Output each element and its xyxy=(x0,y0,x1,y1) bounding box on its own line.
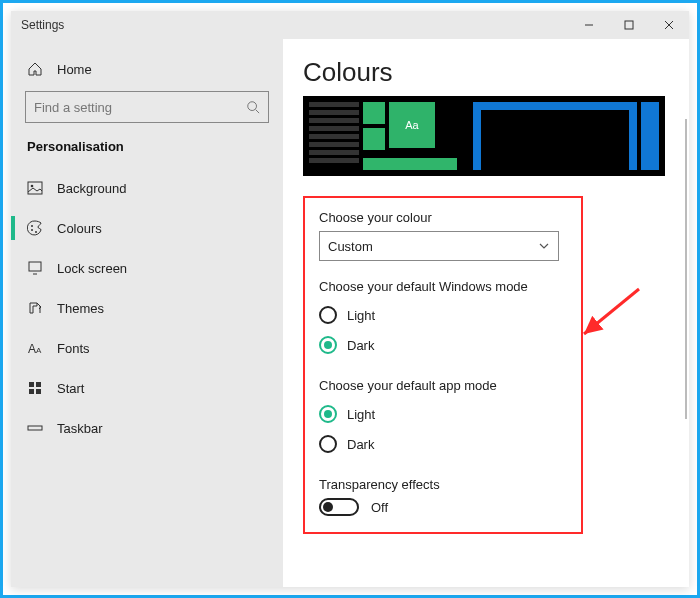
titlebar: Settings xyxy=(11,11,689,39)
section-heading: Personalisation xyxy=(11,133,283,168)
sidebar-item-label: Start xyxy=(57,381,84,396)
home-link[interactable]: Home xyxy=(11,51,283,87)
sidebar-item-colours[interactable]: Colours xyxy=(11,208,283,248)
svg-rect-1 xyxy=(625,21,633,29)
svg-point-8 xyxy=(31,225,33,227)
app-mode-label: Choose your default app mode xyxy=(319,378,567,393)
annotation-arrow-icon xyxy=(579,284,649,344)
sidebar-item-background[interactable]: Background xyxy=(11,168,283,208)
sidebar-item-fonts[interactable]: AA Fonts xyxy=(11,328,283,368)
highlight-box: Choose your colour Custom Choose your de… xyxy=(303,196,583,534)
svg-rect-18 xyxy=(36,389,41,394)
transparency-value: Off xyxy=(371,500,388,515)
fonts-icon: AA xyxy=(27,340,43,356)
content-pane: Colours Aa Choose your colour xyxy=(283,39,689,587)
search-input[interactable]: Find a setting xyxy=(25,91,269,123)
sidebar-item-lockscreen[interactable]: Lock screen xyxy=(11,248,283,288)
svg-point-10 xyxy=(35,231,37,233)
sidebar-item-label: Fonts xyxy=(57,341,90,356)
start-icon xyxy=(27,380,43,396)
svg-rect-17 xyxy=(29,389,34,394)
windows-mode-light[interactable]: Light xyxy=(319,300,567,330)
sidebar-item-themes[interactable]: Themes xyxy=(11,288,283,328)
choose-colour-label: Choose your colour xyxy=(319,210,567,225)
app-mode-light[interactable]: Light xyxy=(319,399,567,429)
sidebar: Home Find a setting Personalisation Back… xyxy=(11,39,283,587)
lockscreen-icon xyxy=(27,260,43,276)
search-placeholder: Find a setting xyxy=(34,100,246,115)
transparency-label: Transparency effects xyxy=(319,477,567,492)
transparency-toggle[interactable] xyxy=(319,498,359,516)
themes-icon xyxy=(27,300,43,316)
sidebar-item-label: Taskbar xyxy=(57,421,103,436)
sidebar-item-start[interactable]: Start xyxy=(11,368,283,408)
windows-mode-label: Choose your default Windows mode xyxy=(319,279,567,294)
svg-line-20 xyxy=(584,289,639,334)
windows-mode-dark[interactable]: Dark xyxy=(319,330,567,360)
choose-colour-dropdown[interactable]: Custom xyxy=(319,231,559,261)
scrollbar[interactable] xyxy=(685,119,687,419)
svg-rect-19 xyxy=(28,426,42,430)
svg-point-7 xyxy=(31,185,34,188)
app-mode-dark[interactable]: Dark xyxy=(319,429,567,459)
svg-point-9 xyxy=(31,229,33,231)
svg-text:A: A xyxy=(28,342,36,356)
home-icon xyxy=(27,61,43,77)
maximize-button[interactable] xyxy=(609,11,649,39)
chevron-down-icon xyxy=(538,240,550,252)
sidebar-item-label: Colours xyxy=(57,221,102,236)
settings-window: Settings Home Find a setting Personalisa… xyxy=(11,11,689,587)
sidebar-item-taskbar[interactable]: Taskbar xyxy=(11,408,283,448)
home-label: Home xyxy=(57,62,92,77)
sidebar-item-label: Background xyxy=(57,181,126,196)
dropdown-value: Custom xyxy=(328,239,373,254)
taskbar-icon xyxy=(27,420,43,436)
svg-line-5 xyxy=(256,110,260,114)
search-icon xyxy=(246,100,260,114)
screenshot-frame: Settings Home Find a setting Personalisa… xyxy=(0,0,700,598)
colour-preview: Aa xyxy=(303,96,665,176)
svg-rect-6 xyxy=(28,182,42,194)
svg-rect-11 xyxy=(29,262,41,271)
sidebar-item-label: Themes xyxy=(57,301,104,316)
sidebar-item-label: Lock screen xyxy=(57,261,127,276)
preview-tile-aa: Aa xyxy=(389,102,435,148)
page-title: Colours xyxy=(303,57,665,88)
svg-point-4 xyxy=(248,102,257,111)
svg-rect-15 xyxy=(29,382,34,387)
svg-text:A: A xyxy=(36,346,42,355)
window-title: Settings xyxy=(21,18,64,32)
minimize-button[interactable] xyxy=(569,11,609,39)
close-button[interactable] xyxy=(649,11,689,39)
palette-icon xyxy=(27,220,43,236)
svg-rect-16 xyxy=(36,382,41,387)
picture-icon xyxy=(27,180,43,196)
